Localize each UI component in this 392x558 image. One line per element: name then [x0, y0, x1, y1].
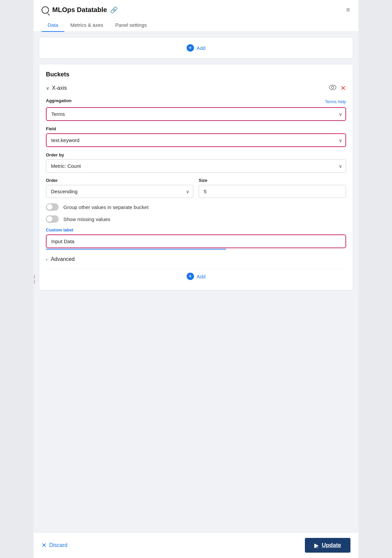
advanced-label: Advanced — [51, 256, 75, 262]
size-input[interactable] — [199, 185, 346, 198]
discard-label: Discard — [49, 542, 67, 548]
custom-label-group: Custom label — [46, 227, 346, 250]
xaxis-row: ∨ X-axis ✕ — [46, 84, 346, 92]
field-group: Field text.keyword ∨ — [46, 126, 346, 147]
top-add-button[interactable]: + Add — [187, 44, 206, 52]
group-other-toggle-row: Group other values in separate bucket — [46, 203, 346, 211]
custom-label-input[interactable] — [46, 234, 346, 248]
search-icon — [42, 6, 49, 14]
size-col: Size — [199, 178, 346, 198]
advanced-chevron-icon: › — [46, 257, 48, 262]
bottom-add-label: Add — [197, 274, 206, 279]
resize-handle[interactable] — [34, 272, 36, 286]
panel-title: MLOps Datatable — [52, 6, 107, 14]
custom-label-title: Custom label — [46, 227, 346, 232]
menu-icon[interactable]: ≡ — [346, 6, 350, 14]
order-select[interactable]: Descending — [46, 185, 193, 198]
aggregation-group: Aggregation Terms help Terms ∨ — [46, 98, 346, 121]
show-missing-label: Show missing values — [63, 216, 110, 222]
order-label: Order — [46, 178, 193, 183]
show-missing-toggle-row: Show missing values — [46, 215, 346, 223]
order-by-select[interactable]: Metric: Count — [46, 159, 346, 172]
aggregation-label: Aggregation — [46, 98, 72, 103]
order-col: Order Descending ∨ — [46, 178, 193, 198]
bottom-plus-icon: + — [187, 273, 194, 280]
buckets-card: Buckets ∨ X-axis ✕ — [39, 64, 353, 290]
show-missing-slider — [46, 215, 59, 223]
plus-icon: + — [187, 44, 194, 52]
buckets-title: Buckets — [46, 71, 346, 78]
discard-x-icon: ✕ — [42, 542, 47, 549]
update-button[interactable]: ▶ Update — [305, 538, 350, 553]
close-x-icon[interactable]: ✕ — [340, 84, 346, 92]
order-by-group: Order by Metric: Count ∨ — [46, 152, 346, 172]
group-other-label: Group other values in separate bucket — [63, 204, 148, 210]
terms-help-link[interactable]: Terms help — [325, 99, 346, 104]
panel-header: MLOps Datatable 🔗 ≡ Data Metrics & axes … — [34, 0, 358, 32]
group-other-slider — [46, 203, 59, 211]
discard-button[interactable]: ✕ Discard — [42, 542, 67, 549]
link-icon[interactable]: 🔗 — [110, 6, 118, 14]
tab-bar: Data Metrics & axes Panel settings — [42, 18, 350, 31]
aggregation-select[interactable]: Terms — [46, 107, 346, 121]
order-size-row: Order Descending ∨ Size — [46, 178, 346, 198]
footer: ✕ Discard ▶ Update — [34, 532, 358, 558]
field-select[interactable]: text.keyword — [46, 133, 346, 147]
svg-point-1 — [332, 86, 334, 88]
xaxis-chevron-icon[interactable]: ∨ — [46, 85, 49, 91]
tab-panel-settings[interactable]: Panel settings — [109, 19, 153, 32]
custom-label-underline — [46, 249, 226, 250]
panel-content: + Add Buckets ∨ X-axis — [34, 32, 358, 532]
tab-metrics-axes[interactable]: Metrics & axes — [64, 19, 109, 32]
group-other-toggle[interactable] — [46, 203, 59, 211]
play-icon: ▶ — [314, 542, 318, 549]
svg-point-0 — [329, 85, 336, 90]
show-missing-toggle[interactable] — [46, 215, 59, 223]
top-add-label: Add — [197, 45, 206, 51]
order-by-label: Order by — [46, 152, 346, 157]
top-add-section: + Add — [39, 37, 353, 59]
eye-icon[interactable] — [329, 85, 336, 92]
tab-data[interactable]: Data — [42, 19, 64, 32]
size-label: Size — [199, 178, 346, 183]
update-label: Update — [322, 542, 341, 549]
field-label: Field — [46, 126, 346, 131]
xaxis-label: X-axis — [52, 85, 67, 91]
bottom-add-button[interactable]: + Add — [187, 273, 206, 280]
advanced-row[interactable]: › Advanced — [46, 256, 346, 262]
bottom-add-section: + Add — [46, 269, 346, 283]
